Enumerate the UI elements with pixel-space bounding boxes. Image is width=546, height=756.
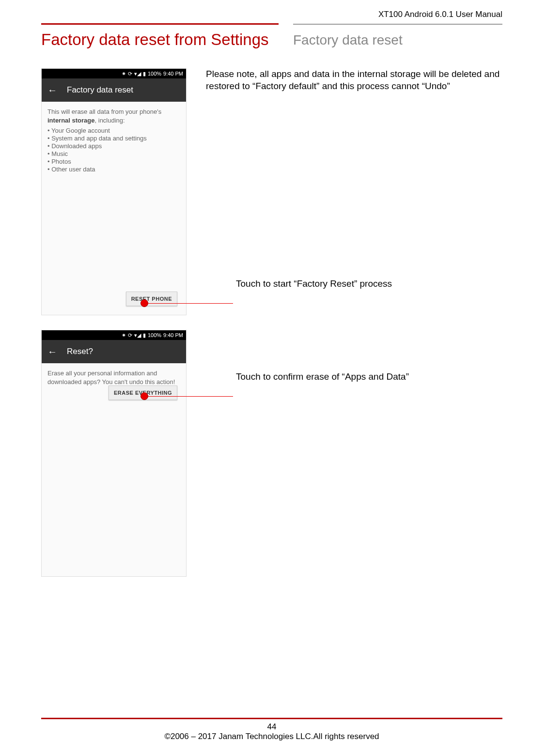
- bluetooth-icon: ⁕: [122, 71, 126, 77]
- list-item: • Other user data: [47, 166, 180, 173]
- page-number: 44: [41, 722, 502, 732]
- battery-pct: 100%: [148, 71, 161, 77]
- signal-icon: ▾◢: [134, 332, 141, 339]
- list-item: • Photos: [47, 158, 180, 165]
- reset-bullets: • Your Google account • System and app d…: [42, 124, 186, 173]
- note-paragraph: Please note, all apps and data in the in…: [206, 68, 502, 92]
- status-bar: ⁕ ⟳ ▾◢ ▮ 100% 9:40 PM: [42, 330, 186, 340]
- copyright: ©2006 – 2017 Janam Technologies LLC.All …: [41, 732, 502, 741]
- section-title: Factory data reset from Settings: [41, 31, 293, 49]
- callout-label: Touch to confirm erase of “Apps and Data…: [236, 371, 409, 383]
- rule-red: [41, 23, 279, 25]
- document-header: XT100 Android 6.0.1 User Manual: [41, 10, 502, 19]
- footer-rule: [41, 718, 502, 719]
- rule-grey: [293, 24, 502, 25]
- bluetooth-icon: ⁕: [122, 332, 126, 339]
- battery-icon: ▮: [143, 332, 146, 339]
- battery-pct: 100%: [148, 332, 161, 338]
- reset-description: This will erase all data from your phone…: [42, 102, 186, 124]
- clock: 9:40 PM: [163, 71, 183, 77]
- app-bar-title: Factory data reset: [67, 85, 133, 95]
- list-item: • Your Google account: [47, 127, 180, 134]
- callout-dot-icon: [140, 392, 148, 400]
- app-bar: ← Reset?: [42, 340, 186, 363]
- list-item: • System and app data and settings: [47, 135, 180, 142]
- list-item: • Music: [47, 150, 180, 157]
- header-rules: [41, 23, 502, 25]
- screenshot-factory-reset: ⁕ ⟳ ▾◢ ▮ 100% 9:40 PM ← Factory data res…: [41, 68, 187, 315]
- app-bar: ← Factory data reset: [42, 78, 186, 102]
- callout-label: Touch to start “Factory Reset” process: [236, 278, 392, 290]
- callout-dot-icon: [140, 299, 148, 307]
- section-subtitle: Factory data reset: [293, 31, 502, 49]
- app-bar-title: Reset?: [67, 347, 93, 356]
- signal-icon: ▾◢: [134, 71, 141, 77]
- back-icon[interactable]: ←: [47, 347, 57, 356]
- list-item: • Downloaded apps: [47, 142, 180, 150]
- sync-icon: ⟳: [128, 332, 132, 339]
- screenshot-confirm-reset: ⁕ ⟳ ▾◢ ▮ 100% 9:40 PM ← Reset? Erase all…: [41, 330, 187, 577]
- confirm-description: Erase all your personal information and …: [42, 363, 186, 386]
- back-icon[interactable]: ←: [47, 85, 57, 95]
- sync-icon: ⟳: [128, 71, 132, 77]
- page-footer: 44 ©2006 – 2017 Janam Technologies LLC.A…: [41, 718, 502, 741]
- reset-phone-button[interactable]: RESET PHONE: [126, 292, 177, 306]
- status-bar: ⁕ ⟳ ▾◢ ▮ 100% 9:40 PM: [42, 69, 186, 78]
- battery-icon: ▮: [143, 71, 146, 77]
- titles-row: Factory data reset from Settings Factory…: [41, 31, 502, 49]
- clock: 9:40 PM: [163, 332, 183, 338]
